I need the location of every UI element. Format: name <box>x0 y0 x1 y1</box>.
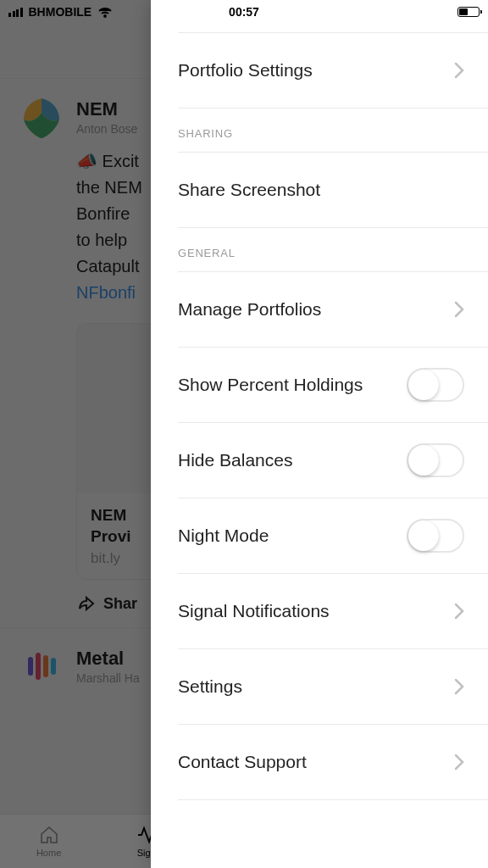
manage-portfolios-label: Manage Portfolios <box>178 299 321 320</box>
portfolio-settings-row[interactable]: Portfolio Settings <box>151 33 488 108</box>
section-header-general: GENERAL <box>151 228 488 271</box>
signal-notifications-row[interactable]: Signal Notifications <box>151 574 488 648</box>
show-percent-holdings-label: Show Percent Holdings <box>178 375 363 395</box>
section-header-sharing: SHARING <box>151 108 488 152</box>
show-percent-holdings-row: Show Percent Holdings <box>151 348 488 422</box>
chevron-right-icon <box>454 678 464 695</box>
status-time: 00:57 <box>229 5 259 19</box>
night-mode-label: Night Mode <box>178 526 269 546</box>
battery-icon <box>458 7 480 17</box>
settings-side-panel: Portfolio Settings SHARING Share Screens… <box>151 0 488 868</box>
signal-notifications-label: Signal Notifications <box>178 601 330 621</box>
hide-balances-label: Hide Balances <box>178 450 292 470</box>
chevron-right-icon <box>454 301 464 318</box>
chevron-right-icon <box>454 62 464 79</box>
contact-support-row[interactable]: Contact Support <box>151 725 488 799</box>
hide-balances-row: Hide Balances <box>151 423 488 498</box>
night-mode-row: Night Mode <box>151 498 488 573</box>
settings-label: Settings <box>178 676 242 697</box>
contact-support-label: Contact Support <box>178 752 307 772</box>
status-bar: BHMOBILE 00:57 <box>0 0 488 24</box>
hide-balances-toggle[interactable] <box>407 443 464 477</box>
manage-portfolios-row[interactable]: Manage Portfolios <box>151 272 488 347</box>
share-screenshot-row[interactable]: Share Screenshot <box>151 153 488 227</box>
chevron-right-icon <box>454 754 464 771</box>
night-mode-toggle[interactable] <box>407 519 464 553</box>
cellular-signal-icon <box>8 8 23 17</box>
carrier-name: BHMOBILE <box>29 5 92 19</box>
settings-row[interactable]: Settings <box>151 649 488 724</box>
portfolio-settings-label: Portfolio Settings <box>178 60 313 81</box>
show-percent-holdings-toggle[interactable] <box>407 368 464 402</box>
share-screenshot-label: Share Screenshot <box>178 180 320 200</box>
chevron-right-icon <box>454 603 464 620</box>
wifi-icon <box>97 7 113 18</box>
